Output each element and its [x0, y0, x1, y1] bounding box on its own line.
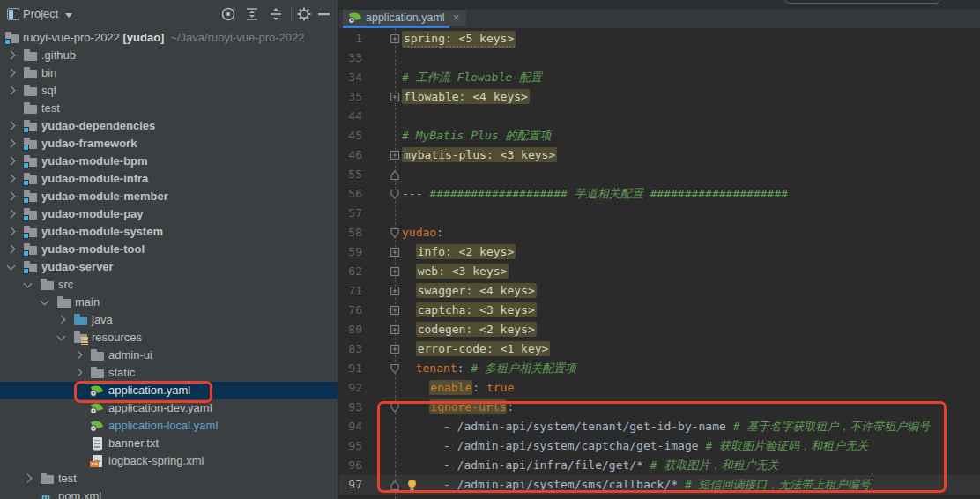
- expand-all-icon[interactable]: [244, 6, 260, 22]
- chevron-expanded-icon[interactable]: [24, 281, 30, 287]
- locate-icon[interactable]: [220, 6, 236, 22]
- tree-item-test[interactable]: test: [0, 470, 338, 488]
- fold-marker-plus-icon[interactable]: [390, 247, 400, 257]
- tree-item-label: test: [58, 472, 77, 485]
- fold-marker-plus-icon[interactable]: [390, 34, 400, 44]
- fold-marker-plus-icon[interactable]: [390, 305, 400, 316]
- code-line-91[interactable]: 91 tenant: # 多租户相关配置项: [339, 359, 980, 378]
- code-line-57[interactable]: 57: [339, 204, 980, 223]
- code-line-83[interactable]: 83 error-code: <1 key>: [339, 339, 980, 359]
- code-line-33[interactable]: 33: [339, 48, 980, 68]
- tree-item-label: yudao-dependencies: [41, 119, 155, 132]
- chevron-collapsed-icon[interactable]: [74, 369, 80, 376]
- tree-item-main[interactable]: main: [0, 294, 338, 311]
- chevron-collapsed-icon[interactable]: [7, 228, 13, 235]
- settings-gear-icon[interactable]: [296, 6, 312, 22]
- code-line-44[interactable]: 44: [339, 107, 980, 126]
- fold-marker-plus-icon[interactable]: [390, 286, 400, 296]
- tree-item-sql[interactable]: sql: [0, 82, 338, 100]
- code-line-71[interactable]: 71 swagger: <4 keys>: [339, 281, 980, 301]
- chevron-expanded-icon[interactable]: [41, 299, 47, 305]
- code-text: --- #################### 芋道相关配置 ########…: [402, 184, 788, 204]
- code-line-92[interactable]: 92 enable: true: [339, 378, 980, 398]
- tree-item-java[interactable]: java: [0, 311, 338, 329]
- tree-item-yudao-module-system[interactable]: yudao-module-system: [0, 223, 338, 241]
- fold-marker-plus-icon[interactable]: [390, 344, 400, 354]
- editor-tab-bar: application.yaml×: [339, 10, 980, 28]
- project-tree: ruoyi-vue-pro-2022 [yudao]~/Java/ruoyi-v…: [0, 29, 338, 499]
- chevron-collapsed-icon[interactable]: [24, 475, 30, 481]
- code-line-80[interactable]: 80 codegen: <2 keys>: [339, 320, 980, 339]
- chevron-collapsed-icon[interactable]: [7, 52, 13, 58]
- tree-item-yudao-module-tool[interactable]: yudao-module-tool: [0, 241, 338, 258]
- search-field-fragment[interactable]: [783, 0, 941, 4]
- chevron-collapsed-icon[interactable]: [7, 70, 13, 76]
- code-line-35[interactable]: 35flowable: <4 keys>: [339, 87, 980, 107]
- tree-item-logback-spring.xml[interactable]: <>logback-spring.xml: [0, 452, 338, 470]
- chevron-collapsed-icon[interactable]: [7, 123, 13, 129]
- tree-item-test[interactable]: test: [0, 100, 338, 117]
- code-line-46[interactable]: 46mybatis-plus: <3 keys>: [339, 145, 980, 165]
- tree-item-resources[interactable]: resources: [0, 329, 338, 346]
- chevron-down-icon[interactable]: [65, 13, 72, 18]
- chevron-collapsed-icon[interactable]: [7, 158, 13, 164]
- code-line-76[interactable]: 76 captcha: <3 keys>: [339, 301, 980, 320]
- line-number: 55: [339, 165, 362, 184]
- code-line-55[interactable]: 55: [339, 165, 980, 184]
- chevron-expanded-icon[interactable]: [57, 334, 63, 340]
- line-number: 94: [339, 417, 362, 436]
- fold-marker-plus-icon[interactable]: [390, 150, 400, 160]
- chevron-expanded-icon[interactable]: [7, 264, 13, 270]
- line-number: 93: [339, 398, 362, 417]
- fold-marker-up-icon[interactable]: [390, 169, 400, 180]
- code-line-45[interactable]: 45# MyBatis Plus 的配置项: [339, 126, 980, 145]
- fold-marker-plus-icon[interactable]: [390, 324, 400, 335]
- chevron-collapsed-icon[interactable]: [7, 246, 13, 252]
- tree-item-yudao-module-bpm[interactable]: yudao-module-bpm: [0, 153, 338, 170]
- folder-icon: [24, 102, 37, 115]
- tree-item-yudao-framework[interactable]: yudao-framework: [0, 135, 338, 153]
- fold-marker-down-icon[interactable]: [390, 189, 400, 199]
- code-line-59[interactable]: 59 info: <2 keys>: [339, 242, 980, 262]
- tree-item-yudao-server[interactable]: yudao-server: [0, 258, 338, 276]
- tree-item-banner.txt[interactable]: banner.txt: [0, 435, 338, 452]
- tree-item-bin[interactable]: bin: [0, 64, 338, 82]
- tab-application-yaml[interactable]: application.yaml×: [343, 10, 466, 26]
- tree-item-static[interactable]: static: [0, 364, 338, 382]
- line-number: 34: [339, 68, 362, 87]
- line-number: 58: [339, 223, 362, 242]
- tree-item-yudao-module-infra[interactable]: yudao-module-infra: [0, 170, 338, 188]
- close-tab-icon[interactable]: ×: [453, 11, 460, 24]
- tree-item-yudao-module-member[interactable]: yudao-module-member: [0, 188, 338, 205]
- tree-item-yudao-module-pay[interactable]: yudao-module-pay: [0, 205, 338, 223]
- tree-item-yudao-dependencies[interactable]: yudao-dependencies: [0, 117, 338, 135]
- code-line-56[interactable]: 56--- #################### 芋道相关配置 ######…: [339, 184, 980, 204]
- chevron-collapsed-icon[interactable]: [74, 352, 80, 358]
- fold-marker-down-icon[interactable]: [390, 363, 400, 374]
- chevron-collapsed-icon[interactable]: [7, 87, 13, 93]
- chevron-collapsed-icon[interactable]: [57, 317, 63, 323]
- hide-panel-icon[interactable]: [318, 12, 334, 28]
- code-line-62[interactable]: 62 web: <3 keys>: [339, 262, 980, 281]
- tree-item-ruoyi-vue-pro-2022[interactable]: ruoyi-vue-pro-2022 [yudao]~/Java/ruoyi-v…: [0, 29, 338, 47]
- code-line-34[interactable]: 34# 工作流 Flowable 配置: [339, 68, 980, 87]
- tree-item-.github[interactable]: .github: [0, 47, 338, 64]
- chevron-collapsed-icon[interactable]: [7, 140, 13, 146]
- chevron-collapsed-icon[interactable]: [7, 211, 13, 217]
- chevron-collapsed-icon[interactable]: [7, 193, 13, 199]
- project-panel-title[interactable]: Project: [23, 7, 58, 20]
- fold-marker-plus-icon[interactable]: [390, 266, 400, 277]
- code-line-58[interactable]: 58yudao:: [339, 223, 980, 242]
- code-text: enable: true: [402, 378, 514, 398]
- code-line-1[interactable]: 1spring: <5 keys>: [339, 29, 980, 48]
- fold-marker-plus-icon[interactable]: [390, 92, 400, 102]
- tree-item-application-local.yaml[interactable]: application-local.yaml: [0, 417, 338, 435]
- collapse-all-icon[interactable]: [268, 6, 284, 22]
- tree-item-admin-ui[interactable]: admin-ui: [0, 346, 338, 364]
- tree-item-pom.xml[interactable]: mpom.xml: [0, 488, 338, 499]
- module-folder-icon: [24, 138, 37, 150]
- tree-item-label: yudao-module-tool: [41, 242, 145, 256]
- chevron-collapsed-icon[interactable]: [7, 175, 13, 182]
- fold-marker-down-icon[interactable]: [390, 227, 400, 238]
- tree-item-src[interactable]: src: [0, 276, 338, 294]
